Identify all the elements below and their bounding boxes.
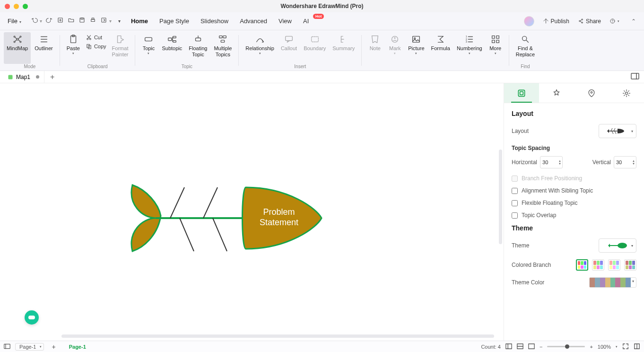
mindmap-button[interactable]: MindMap	[4, 32, 31, 64]
tab-advanced[interactable]: Advanced	[240, 18, 267, 25]
svg-rect-24	[173, 41, 176, 43]
fit-page[interactable]	[622, 343, 629, 351]
format-painter-button[interactable]: Format Painter	[109, 32, 131, 64]
export-button[interactable]	[100, 17, 107, 26]
tab-home[interactable]: Home	[131, 18, 148, 25]
callout-button[interactable]: Callout	[278, 32, 300, 64]
summary-button[interactable]: Summary	[330, 32, 357, 64]
svg-point-34	[414, 38, 416, 39]
multiple-topics-button[interactable]: Multiple Topics	[211, 32, 235, 64]
document-tab-map1[interactable]: Map1	[3, 71, 44, 83]
qat-customize[interactable]: ▾	[118, 18, 121, 24]
palette-2[interactable]	[592, 259, 604, 271]
svg-line-55	[611, 128, 612, 131]
sidetab-icon[interactable]	[574, 83, 609, 103]
new-button[interactable]	[57, 17, 64, 26]
quick-access-toolbar: ▾ ▾ ▾	[31, 17, 121, 26]
fullscreen[interactable]	[634, 343, 640, 351]
svg-rect-21	[145, 37, 152, 41]
theme-heading: Theme	[512, 224, 636, 232]
outliner-button[interactable]: Outliner	[32, 32, 56, 64]
page-tab[interactable]: Page-1	[63, 344, 92, 350]
zoom-slider[interactable]	[547, 346, 585, 347]
publish-button[interactable]: Publish	[543, 18, 569, 25]
zoom-value[interactable]: 100%	[598, 344, 611, 350]
export-dropdown[interactable]: ▾	[109, 18, 112, 24]
svg-point-52	[591, 91, 592, 93]
zoom-in[interactable]: +	[590, 344, 592, 350]
group-clipboard: Paste Cut Copy Format Painter Clipboard	[60, 30, 135, 70]
palette-1[interactable]	[576, 259, 588, 271]
minimize-window[interactable]	[14, 4, 19, 9]
svg-rect-27	[223, 36, 226, 38]
horizontal-input[interactable]: 30▲▼	[540, 156, 563, 168]
page-dropdown[interactable]: Page-1	[15, 343, 44, 351]
undo-dropdown[interactable]: ▾	[40, 18, 42, 24]
floating-topic-button[interactable]: Floating Topic	[186, 32, 210, 64]
sidetab-style[interactable]	[539, 83, 574, 103]
canvas[interactable]: ProblemStatement	[0, 83, 504, 341]
help-button[interactable]: ▾	[609, 18, 619, 24]
user-avatar[interactable]	[524, 16, 534, 26]
share-button[interactable]: Share	[578, 18, 601, 25]
titlebar: Wondershare EdrawMind (Pro)	[0, 0, 644, 12]
view-mode-2[interactable]	[517, 343, 523, 351]
toggle-side-panel[interactable]	[631, 73, 644, 81]
tab-view[interactable]: View	[278, 18, 292, 25]
formula-button[interactable]: Formula	[428, 32, 453, 64]
cut-button[interactable]: Cut	[84, 33, 108, 42]
more-button[interactable]: More	[486, 32, 505, 64]
horizontal-scrollbar[interactable]	[61, 334, 494, 338]
ai-assistant-bubble[interactable]	[25, 310, 39, 325]
tab-slideshow[interactable]: Slideshow	[200, 18, 228, 25]
mark-button[interactable]: Mark	[385, 32, 404, 64]
collapse-ribbon[interactable]: ⌃	[628, 18, 639, 25]
overlap-check[interactable]: Topic Overlap	[512, 212, 636, 219]
relationship-button[interactable]: Relationship	[243, 32, 277, 64]
close-window[interactable]	[5, 4, 10, 9]
file-menu[interactable]: File	[5, 18, 28, 25]
svg-rect-30	[311, 37, 318, 42]
maximize-window[interactable]	[23, 4, 28, 9]
paste-button[interactable]: Paste	[64, 32, 83, 64]
palette-3[interactable]	[608, 259, 620, 271]
layout-select[interactable]	[599, 124, 636, 138]
view-mode-1[interactable]	[505, 343, 512, 351]
fishbone-diagram[interactable]: ProblemStatement	[123, 171, 331, 265]
ribbon-tabs: Home Page Style Slideshow Advanced View …	[131, 18, 319, 25]
vertical-scrollbar[interactable]	[499, 150, 502, 244]
add-page-button[interactable]: +	[49, 343, 58, 351]
subtopic-button[interactable]: Subtopic	[159, 32, 185, 64]
menubar: File ▾ ▾ ▾ Home Page Style Slideshow Adv…	[0, 12, 644, 30]
help-dropdown-arrow: ▾	[618, 19, 619, 23]
theme-select[interactable]	[599, 238, 636, 253]
view-mode-3[interactable]	[528, 343, 535, 351]
tab-pagestyle[interactable]: Page Style	[159, 18, 189, 25]
copy-button[interactable]: Copy	[84, 42, 108, 51]
save-button[interactable]	[78, 17, 86, 26]
add-document-tab[interactable]: +	[44, 73, 60, 81]
palette-4[interactable]	[624, 259, 636, 271]
svg-point-31	[392, 36, 398, 43]
vertical-input[interactable]: 30▲▼	[614, 156, 636, 168]
picture-button[interactable]: Picture	[405, 32, 427, 64]
redo-button[interactable]	[46, 17, 53, 26]
flex-float-check[interactable]: Flexible Floating Topic	[512, 200, 636, 206]
open-button[interactable]	[68, 17, 75, 26]
sidetab-layout[interactable]	[504, 83, 539, 103]
topic-button[interactable]: Topic	[139, 32, 158, 64]
group-insert: Relationship Callout Boundary Summary In…	[239, 30, 361, 70]
tab-ai[interactable]: AI Hot	[303, 18, 319, 25]
numbering-button[interactable]: 123Numbering	[454, 32, 485, 64]
align-sibling-check[interactable]: Alignment With Sibling Topic	[512, 187, 636, 194]
find-replace-button[interactable]: Find & Replace	[513, 32, 538, 64]
undo-button[interactable]	[31, 17, 38, 26]
svg-rect-1	[80, 18, 84, 22]
note-button[interactable]: Note	[366, 32, 384, 64]
theme-color-select[interactable]	[589, 277, 636, 288]
page-list-icon[interactable]	[4, 343, 10, 351]
sidetab-settings[interactable]	[609, 83, 644, 103]
boundary-button[interactable]: Boundary	[301, 32, 329, 64]
print-button[interactable]	[89, 17, 96, 26]
zoom-out[interactable]: −	[540, 344, 542, 350]
